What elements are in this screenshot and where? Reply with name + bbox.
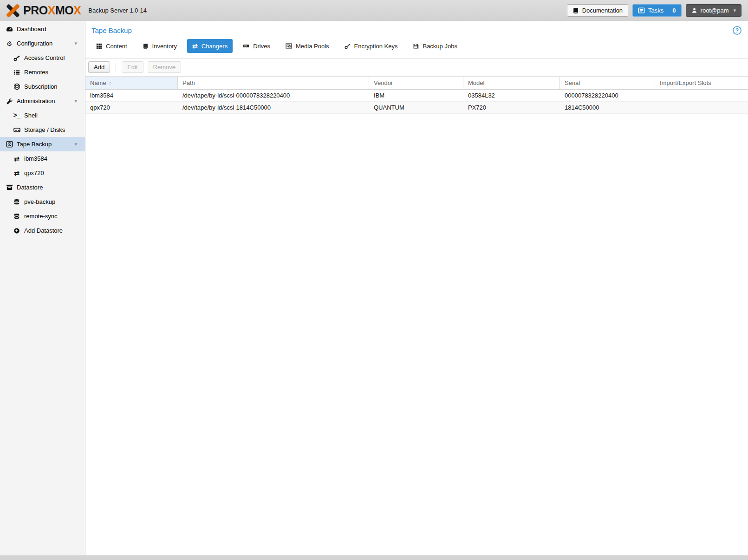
table-row[interactable]: qpx720 /dev/tape/by-id/scsi-1814C50000 Q… xyxy=(85,102,748,114)
database-icon xyxy=(13,213,21,220)
column-header-serial[interactable]: Serial xyxy=(560,77,655,89)
sidebar-item-tape-backup[interactable]: Tape Backup ▾ xyxy=(0,137,85,151)
archive-icon xyxy=(5,184,13,191)
book-icon xyxy=(143,43,149,49)
sidebar-item-configuration[interactable]: ⚙ Configuration ▾ xyxy=(0,36,85,51)
sidebar-item-access-control[interactable]: Access Control xyxy=(0,51,85,65)
tab-media-pools[interactable]: Media Pools xyxy=(280,39,334,53)
tab-backup-jobs[interactable]: Backup Jobs xyxy=(408,39,462,53)
grid-icon xyxy=(96,43,102,49)
drive-icon xyxy=(243,43,249,49)
terminal-icon: >_ xyxy=(13,112,21,119)
changers-table: Name ↑ Path Vendor Model Serial Import/E… xyxy=(85,76,748,114)
table-row[interactable]: ibm3584 /dev/tape/by-id/scsi-00000783282… xyxy=(85,90,748,102)
tab-encryption-keys[interactable]: Encryption Keys xyxy=(339,39,403,53)
book-icon xyxy=(572,7,579,14)
sidebar-item-add-datastore[interactable]: Add Datastore xyxy=(0,223,85,238)
collapse-caret-icon[interactable]: ▾ xyxy=(74,40,77,46)
key-icon xyxy=(13,55,21,61)
remove-button[interactable]: Remove xyxy=(148,61,181,73)
sidebar-item-administration[interactable]: Administration ▾ xyxy=(0,94,85,108)
column-header-path[interactable]: Path xyxy=(178,77,369,89)
column-header-vendor[interactable]: Vendor xyxy=(369,77,463,89)
column-header-model[interactable]: Model xyxy=(463,77,560,89)
main-panel: Tape Backup ? Content Inventory ⇄ Change… xyxy=(85,21,748,555)
sidebar-item-ibm3584[interactable]: ⇄ ibm3584 xyxy=(0,151,85,166)
exchange-icon: ⇄ xyxy=(13,169,21,177)
sidebar-item-subscription[interactable]: Subscription xyxy=(0,79,85,94)
column-header-name[interactable]: Name ↑ xyxy=(85,77,178,89)
tab-changers[interactable]: ⇄ Changers xyxy=(187,39,233,53)
user-menu-button[interactable]: root@pam ▾ xyxy=(686,4,741,17)
sidebar-item-storage-disks[interactable]: Storage / Disks xyxy=(0,123,85,137)
tasks-list-icon xyxy=(638,7,645,14)
list-icon xyxy=(13,69,21,76)
page-title: Tape Backup xyxy=(91,26,132,34)
sidebar-item-qpx720[interactable]: ⇄ qpx720 xyxy=(0,166,85,180)
exchange-icon: ⇄ xyxy=(13,155,21,163)
plus-circle-icon xyxy=(13,228,21,234)
sidebar-nav: Dashboard ⚙ Configuration ▾ Access Contr… xyxy=(0,21,85,555)
gears-icon: ⚙ xyxy=(5,40,13,47)
sidebar-item-datastore[interactable]: Datastore xyxy=(0,180,85,195)
tab-bar: Content Inventory ⇄ Changers Drives xyxy=(85,38,748,59)
sidebar-item-remote-sync[interactable]: remote-sync xyxy=(0,209,85,223)
tape-icon xyxy=(5,141,13,148)
top-bar: PROXMOX Backup Server 1.0-14 Documentati… xyxy=(0,0,748,21)
database-icon xyxy=(13,199,21,205)
sidebar-item-pve-backup[interactable]: pve-backup xyxy=(0,195,85,209)
column-header-import-export-slots[interactable]: Import/Export Slots xyxy=(655,77,748,89)
tab-content[interactable]: Content xyxy=(91,39,132,53)
help-icon[interactable]: ? xyxy=(733,26,741,35)
add-button[interactable]: Add xyxy=(88,61,110,73)
collapse-caret-icon[interactable]: ▾ xyxy=(74,141,77,147)
hdd-icon xyxy=(13,126,21,133)
sidebar-item-dashboard[interactable]: Dashboard xyxy=(0,22,85,36)
sidebar-item-remotes[interactable]: Remotes xyxy=(0,65,85,79)
tab-inventory[interactable]: Inventory xyxy=(137,39,182,53)
save-icon xyxy=(413,43,419,49)
sort-asc-icon: ↑ xyxy=(109,79,112,86)
documentation-button[interactable]: Documentation xyxy=(567,4,628,17)
proxmox-logo[interactable]: PROXMOX xyxy=(5,3,81,18)
exchange-icon: ⇄ xyxy=(192,42,198,50)
key-icon xyxy=(345,43,351,49)
proxmox-x-mark-icon xyxy=(5,3,20,18)
tasks-button[interactable]: Tasks 0 xyxy=(632,4,681,17)
tab-drives[interactable]: Drives xyxy=(238,39,275,53)
toolbar-separator xyxy=(116,63,116,72)
edit-button[interactable]: Edit xyxy=(122,61,143,73)
object-group-icon xyxy=(286,43,292,49)
user-icon xyxy=(691,7,697,13)
collapse-caret-icon[interactable]: ▾ xyxy=(74,98,77,104)
sidebar-item-shell[interactable]: >_ Shell xyxy=(0,108,85,123)
wrench-icon xyxy=(5,98,13,104)
product-version-label: Backup Server 1.0-14 xyxy=(88,7,147,14)
tachometer-icon xyxy=(5,26,13,33)
tasks-count-badge: 0 xyxy=(672,7,676,14)
table-header-row: Name ↑ Path Vendor Model Serial Import/E… xyxy=(85,77,748,90)
proxmox-wordmark: PROXMOX xyxy=(23,4,81,17)
chevron-down-icon: ▾ xyxy=(733,7,736,13)
life-ring-icon xyxy=(13,83,21,90)
grid-toolbar: Add Edit Remove xyxy=(85,59,748,76)
